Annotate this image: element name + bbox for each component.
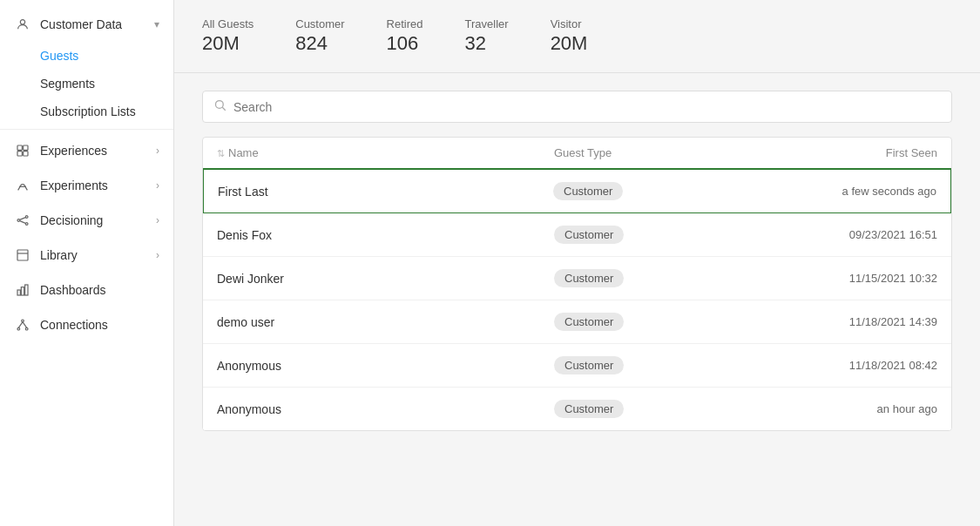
row-time: 11/18/2021 08:42 <box>746 359 937 372</box>
table-row[interactable]: Denis Fox Customer 09/23/2021 16:51 <box>203 213 951 257</box>
dashboards-label: Dashboards <box>40 283 106 297</box>
library-chevron: › <box>156 249 159 261</box>
row-time: 11/15/2021 10:32 <box>746 272 937 285</box>
guest-badge: Customer <box>553 182 623 200</box>
search-icon <box>213 98 226 115</box>
row-guest-type: Customer <box>554 313 746 331</box>
experiences-icon <box>14 142 31 159</box>
row-guest-type: Customer <box>554 226 746 244</box>
stat-all-guests-label: All Guests <box>202 17 253 30</box>
table-row[interactable]: Anonymous Customer 11/18/2021 08:42 <box>203 344 951 388</box>
library-icon <box>14 246 31 264</box>
svg-line-25 <box>222 107 225 110</box>
guest-badge: Customer <box>554 269 624 287</box>
customer-data-label: Customer Data <box>40 17 122 31</box>
column-first-seen: First Seen <box>746 146 937 159</box>
sidebar-item-experiences[interactable]: Experiences › <box>0 133 173 168</box>
row-guest-type: Customer <box>553 182 745 200</box>
connections-icon <box>14 316 31 334</box>
table-row[interactable]: demo user Customer 11/18/2021 14:39 <box>203 300 951 344</box>
stat-customer-label: Customer <box>295 17 344 30</box>
svg-point-0 <box>20 20 24 24</box>
sidebar-item-subscription-lists[interactable]: Subscription Lists <box>40 98 173 125</box>
svg-line-12 <box>20 218 26 220</box>
decisioning-chevron: › <box>156 214 159 226</box>
experiments-icon <box>14 177 31 194</box>
row-guest-type: Customer <box>554 356 746 374</box>
stats-bar: All Guests 20M Customer 824 Retired 106 … <box>174 0 980 73</box>
column-guest-type: Guest Type <box>554 146 746 159</box>
experiences-label: Experiences <box>40 144 107 158</box>
table-row[interactable]: Anonymous Customer an hour ago <box>203 388 951 430</box>
decisioning-label: Decisioning <box>40 213 103 227</box>
customer-data-chevron: ▾ <box>154 18 159 30</box>
experiences-chevron: › <box>156 145 159 157</box>
connections-label: Connections <box>40 318 108 332</box>
row-name: Anonymous <box>217 359 554 373</box>
experiments-chevron: › <box>156 179 159 192</box>
row-name: Dewi Jonker <box>217 272 554 286</box>
stat-retired-label: Retired <box>387 17 423 30</box>
svg-rect-14 <box>17 250 28 260</box>
row-time: a few seconds ago <box>745 185 936 198</box>
row-name: Denis Fox <box>217 228 554 242</box>
stat-all-guests: All Guests 20M <box>202 17 253 55</box>
stat-customer-value: 824 <box>295 32 344 55</box>
svg-line-5 <box>18 185 22 191</box>
search-input[interactable] <box>233 100 941 114</box>
sidebar-item-dashboards[interactable]: Dashboards <box>0 273 173 307</box>
person-icon <box>14 16 31 33</box>
dashboards-icon <box>14 281 31 299</box>
svg-rect-3 <box>17 152 22 156</box>
svg-rect-17 <box>21 287 24 295</box>
sidebar-item-segments[interactable]: Segments <box>40 70 173 98</box>
stat-retired-value: 106 <box>387 32 423 55</box>
customer-data-submenu: Guests Segments Subscription Lists <box>0 42 173 125</box>
svg-line-6 <box>24 185 27 191</box>
content-area: ⇅Name Guest Type First Seen First Last C… <box>174 73 980 526</box>
sidebar-item-customer-data[interactable]: Customer Data ▾ <box>0 7 173 42</box>
svg-point-20 <box>17 327 20 330</box>
sidebar-item-library[interactable]: Library › <box>0 238 173 273</box>
stat-visitor: Visitor 20M <box>551 17 588 55</box>
row-name: demo user <box>217 315 554 329</box>
stat-traveller: Traveller 32 <box>465 17 509 55</box>
decisioning-icon <box>14 212 31 229</box>
svg-line-13 <box>20 221 26 224</box>
table-row[interactable]: First Last Customer a few seconds ago <box>202 168 952 214</box>
sidebar: Customer Data ▾ Guests Segments Subscrip… <box>0 0 174 526</box>
sort-icon: ⇅ <box>217 148 225 158</box>
table-header: ⇅Name Guest Type First Seen <box>203 138 951 169</box>
row-time: 09/23/2021 16:51 <box>746 228 937 241</box>
guests-table: ⇅Name Guest Type First Seen First Last C… <box>202 137 952 431</box>
stat-visitor-value: 20M <box>551 32 588 55</box>
svg-point-19 <box>22 320 24 322</box>
guest-badge: Customer <box>554 226 624 244</box>
svg-rect-1 <box>17 145 22 150</box>
row-name: First Last <box>218 185 553 199</box>
sidebar-item-connections[interactable]: Connections <box>0 307 173 342</box>
stat-traveller-label: Traveller <box>465 17 509 30</box>
svg-rect-2 <box>24 145 28 150</box>
sidebar-item-decisioning[interactable]: Decisioning › <box>0 203 173 238</box>
svg-line-23 <box>23 322 27 328</box>
stat-visitor-label: Visitor <box>551 17 588 30</box>
stat-all-guests-value: 20M <box>202 32 253 55</box>
search-bar[interactable] <box>202 91 952 123</box>
sidebar-item-guests[interactable]: Guests <box>40 42 173 70</box>
svg-rect-18 <box>25 285 28 295</box>
column-name: ⇅Name <box>217 146 554 159</box>
guest-badge: Customer <box>554 400 624 418</box>
row-time: 11/18/2021 14:39 <box>746 315 937 328</box>
svg-rect-16 <box>17 290 20 295</box>
main-content: All Guests 20M Customer 824 Retired 106 … <box>174 0 980 526</box>
guest-badge: Customer <box>554 313 624 331</box>
svg-line-22 <box>18 322 23 328</box>
row-name: Anonymous <box>217 402 554 416</box>
svg-point-11 <box>25 223 28 226</box>
svg-point-9 <box>17 219 20 222</box>
sidebar-divider-1 <box>0 129 173 130</box>
sidebar-item-experiments[interactable]: Experiments › <box>0 168 173 203</box>
svg-point-21 <box>25 327 28 330</box>
table-row[interactable]: Dewi Jonker Customer 11/15/2021 10:32 <box>203 257 951 300</box>
